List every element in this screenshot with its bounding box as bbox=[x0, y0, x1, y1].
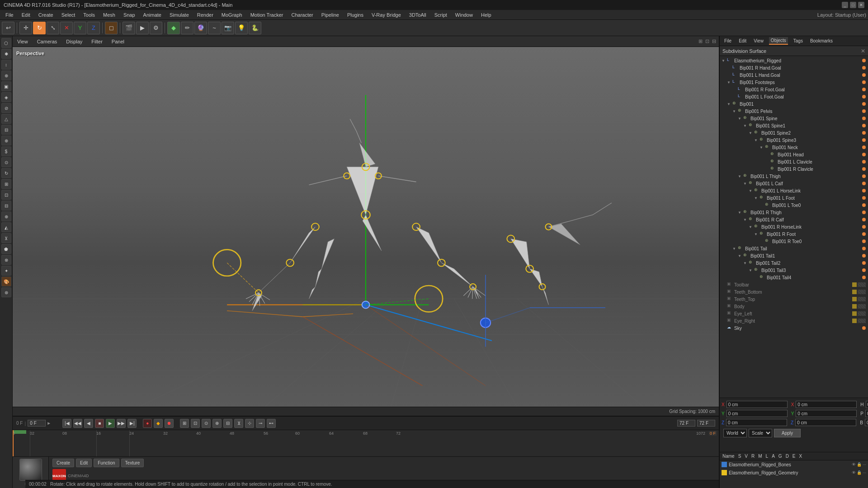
r-tab[interactable]: R bbox=[751, 454, 755, 459]
menu-select[interactable]: Select bbox=[58, 11, 79, 19]
e-tab[interactable]: E bbox=[793, 454, 796, 459]
goto-start-button[interactable]: |◀ bbox=[62, 419, 71, 428]
function-button[interactable]: Function bbox=[94, 459, 119, 467]
menu-window[interactable]: Window bbox=[452, 11, 476, 19]
menu-animate[interactable]: Animate bbox=[140, 11, 165, 19]
timeline-ruler[interactable]: 0 02 08 16 24 32 40 48 56 60 64 68 72 10… bbox=[13, 430, 719, 456]
left-tool-16[interactable]: ⊟ bbox=[1, 201, 11, 211]
left-tool-22[interactable]: ✦ bbox=[1, 266, 11, 276]
left-tool-24[interactable]: ⊛ bbox=[1, 287, 11, 297]
3d-viewport[interactable]: Perspective bbox=[13, 47, 719, 407]
tree-item-tail[interactable]: ▼ ⊛ Bip001 Tail bbox=[720, 245, 868, 252]
right-tab-objects[interactable]: Objects bbox=[769, 37, 788, 45]
right-tab-view[interactable]: View bbox=[752, 38, 765, 44]
menu-edit[interactable]: Edit bbox=[18, 11, 34, 19]
d-tab[interactable]: D bbox=[786, 454, 789, 459]
object-mode[interactable]: ◻ bbox=[105, 22, 118, 34]
viewport-panel-menu[interactable]: Panel bbox=[110, 38, 126, 45]
tree-item-bip001[interactable]: ▼ ⊛ Bip001 bbox=[720, 100, 868, 108]
name-tab[interactable]: Name bbox=[722, 454, 735, 459]
viewport-icon-1[interactable]: ⊞ bbox=[698, 38, 703, 44]
edit-button[interactable]: Edit bbox=[76, 459, 92, 467]
object-tree[interactable]: ▼ L Elasmotherium_Rigged L Bip001 R Hand… bbox=[720, 56, 868, 398]
tree-item-rcalf[interactable]: ▼ ⊛ Bip001 R Calf bbox=[720, 216, 868, 223]
menu-plugins[interactable]: Plugins bbox=[344, 11, 367, 19]
render-settings[interactable]: ⚙ bbox=[150, 22, 162, 34]
menu-help[interactable]: Help bbox=[477, 11, 495, 19]
menu-mograph[interactable]: MoGraph bbox=[218, 11, 246, 19]
tree-item-rhorselink[interactable]: ▼ ⊛ Bip001 R HorseLink bbox=[720, 223, 868, 230]
menu-pipeline[interactable]: Pipeline bbox=[318, 11, 343, 19]
name-row-geometry[interactable]: Elasmotherium_Rigged_Geometry 👁 🔒 ··· bbox=[720, 469, 868, 477]
menu-mesh[interactable]: Mesh bbox=[99, 11, 119, 19]
left-tool-14[interactable]: ⊞ bbox=[1, 179, 11, 189]
material-preview[interactable] bbox=[19, 459, 42, 481]
h-input[interactable] bbox=[866, 401, 868, 408]
tl-tool-8[interactable]: ⊸ bbox=[256, 419, 265, 428]
tl-tool-5[interactable]: ⊟ bbox=[223, 419, 232, 428]
tree-item-tail1[interactable]: ▼ ⊛ Bip001 Tail1 bbox=[720, 252, 868, 259]
menu-character[interactable]: Character bbox=[288, 11, 316, 19]
viewport-display-menu[interactable]: Display bbox=[64, 38, 84, 45]
right-tab-bookmarks[interactable]: Bookmarks bbox=[808, 38, 835, 44]
left-tool-19[interactable]: ⊻ bbox=[1, 233, 11, 243]
tree-item-rclavicle[interactable]: ⊛ Bip001 R Clavicle bbox=[720, 165, 868, 173]
create-button[interactable]: Create bbox=[52, 459, 74, 467]
viewport-filter-menu[interactable]: Filter bbox=[90, 38, 104, 45]
tree-item-teeth-bottom[interactable]: ▣ Teeth_Bottom bbox=[720, 288, 868, 296]
y-axis[interactable]: Y bbox=[74, 22, 86, 34]
menu-3dtoall[interactable]: 3DToAll bbox=[406, 11, 430, 19]
m-tab[interactable]: M bbox=[758, 454, 762, 459]
record-button[interactable]: ● bbox=[143, 419, 152, 428]
menu-file[interactable]: File bbox=[2, 11, 17, 19]
left-tool-15[interactable]: ⊡ bbox=[1, 190, 11, 200]
viewport-view-menu[interactable]: View bbox=[15, 38, 30, 45]
maximize-button[interactable]: □ bbox=[850, 2, 856, 8]
tree-item-lthigh[interactable]: ▼ ⊛ Bip001 L Thigh bbox=[720, 173, 868, 180]
scale-tool[interactable]: ⤡ bbox=[47, 22, 59, 34]
l-tab[interactable]: L bbox=[766, 454, 769, 459]
goto-end-button[interactable]: ▶| bbox=[127, 419, 137, 428]
menu-simulate[interactable]: Simulate bbox=[166, 11, 193, 19]
menu-create[interactable]: Create bbox=[35, 11, 57, 19]
p-input[interactable] bbox=[865, 410, 868, 417]
z-axis[interactable]: Z bbox=[87, 22, 100, 34]
tree-item-eye-left[interactable]: ▣ Eye_Left bbox=[720, 310, 868, 317]
sculpt-btn[interactable]: 🔮 bbox=[194, 22, 207, 34]
left-tool-17[interactable]: ⊕ bbox=[1, 211, 11, 221]
left-tool-1[interactable]: ⬡ bbox=[1, 38, 11, 48]
tree-item-tail2[interactable]: ▼ ⊛ Bip001 Tail2 bbox=[720, 259, 868, 267]
menu-vray[interactable]: V-Ray Bridge bbox=[368, 11, 405, 19]
left-tool-23[interactable]: 🎨 bbox=[1, 277, 11, 286]
left-tool-12[interactable]: ⊙ bbox=[1, 157, 11, 167]
subdiv-close-button[interactable]: ✕ bbox=[861, 48, 865, 54]
left-tool-10[interactable]: ⊕ bbox=[1, 136, 11, 145]
tree-item-rthigh[interactable]: ▼ ⊛ Bip001 R Thigh bbox=[720, 209, 868, 216]
b-input[interactable] bbox=[865, 419, 868, 426]
left-tool-4[interactable]: ⊕ bbox=[1, 70, 11, 80]
menu-tools[interactable]: Tools bbox=[80, 11, 99, 19]
rotate-tool[interactable]: ↻ bbox=[33, 22, 46, 34]
x-position-input[interactable] bbox=[726, 401, 788, 408]
light-btn[interactable]: 💡 bbox=[235, 22, 248, 34]
menu-motion-tracker[interactable]: Motion Tracker bbox=[247, 11, 287, 19]
spline-btn[interactable]: ~ bbox=[208, 22, 221, 34]
tree-item-rhand[interactable]: L Bip001 R Hand.Goal bbox=[720, 64, 868, 71]
left-tool-9[interactable]: ⊟ bbox=[1, 125, 11, 135]
left-tool-5[interactable]: ▣ bbox=[1, 81, 11, 91]
tree-item-spine3[interactable]: ▼ ⊛ Bip001 Spine3 bbox=[720, 136, 868, 144]
tree-item-pelvis[interactable]: ▼ ⊛ Bip001 Pelvis bbox=[720, 108, 868, 115]
scale-select[interactable]: Scale bbox=[749, 429, 772, 437]
left-tool-6[interactable]: ◈ bbox=[1, 92, 11, 102]
camera-btn[interactable]: 📷 bbox=[222, 22, 234, 34]
z-size-input[interactable] bbox=[795, 419, 856, 426]
tree-item-spine2[interactable]: ▼ ⊛ Bip001 Spine2 bbox=[720, 129, 868, 136]
a-tab[interactable]: A bbox=[772, 454, 775, 459]
tree-item-footsteps[interactable]: ▼ L Bip001 Footsteps bbox=[720, 79, 868, 86]
apply-button[interactable]: Apply bbox=[774, 429, 801, 437]
tree-item-head[interactable]: ⊛ Bip001 Head bbox=[720, 151, 868, 158]
stop-button[interactable]: ■ bbox=[95, 419, 104, 428]
y-size-input[interactable] bbox=[796, 410, 857, 417]
left-tool-7[interactable]: ⊘ bbox=[1, 103, 11, 113]
tl-tool-6[interactable]: ⊻ bbox=[234, 419, 243, 428]
